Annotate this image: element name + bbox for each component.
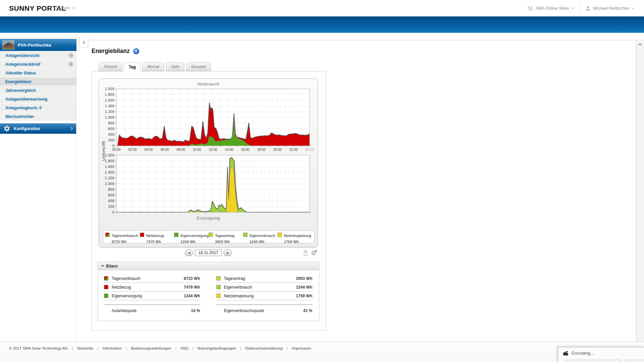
bilanz-autarkiequote: Autarkiequote 14 % [104,305,200,316]
bilanz-body: Tagesverbrauch 8723 Wh Netzbezug 7479 Wh… [98,270,319,316]
svg-text:1.400: 1.400 [105,171,114,174]
help-icon[interactable]: ? [133,48,139,54]
previous-day-button[interactable] [185,249,193,256]
svg-text:1.800: 1.800 [105,159,114,163]
page-title: Energiebilanz [92,48,130,55]
collapse-sidebar-button[interactable] [79,37,88,48]
user-menu[interactable]: Michael Perlitschke [585,6,635,11]
sidebar-item-wechselrichter[interactable]: Wechselrichter [0,112,76,121]
chevron-left-icon [83,41,85,44]
chart-legend: Tagesverbrauch 8723 Wh Netzbezug 7479 Wh… [103,231,314,243]
chevron-down-icon [632,7,635,9]
x-axis-tick: 14:00 [222,148,236,152]
x-axis-tick: 20:00 [271,148,284,152]
tab-tag[interactable]: Tag [124,62,141,71]
sidebar-item-anlagenueberwachung[interactable]: Anlagenüberwachung [0,95,76,103]
footer-link-information[interactable]: Information [103,346,122,350]
x-axis-tick: 18:00 [255,148,268,152]
encoding-button-left[interactable] [565,360,621,362]
chart-settings-icon[interactable] [311,249,317,256]
x-axis-tick: 06:00 [158,148,171,152]
globe-icon [69,53,73,58]
legend-item-eigenverbrauch: Eigenverbrauch 1244 Wh [243,232,278,242]
swatch-tagesverbrauch [104,276,108,281]
footer-link-startseite[interactable]: Startseite [77,346,94,350]
tab-jahr[interactable]: Jahr [166,62,184,71]
footer-link-bedienungsanleitungen[interactable]: Bedienungsanleitungen [131,346,171,350]
svg-text:1.400: 1.400 [105,104,114,108]
date-navigation [99,249,318,257]
bilanz-panel: Bilanz Tagesverbrauch 8723 Wh Netzbezug … [98,262,319,321]
bilanz-row-netzeinspeisung: Netzeinspeisung 1759 Wh [216,292,313,300]
sidebar-item-aktueller-status[interactable]: Aktueller Status [0,69,76,77]
top-bar: SUNNY PORTAL Deutsch SMA Online Store Mi… [0,0,644,16]
footer: © 2017 SMA Solar Technology AG | Startse… [0,342,644,362]
swatch-tagesverbrauch [105,233,110,237]
verbrauch-chart: 02004006008001.0001.2001.4001.6001.8002.… [99,87,318,147]
export-icon[interactable] [303,249,309,256]
tab-monat[interactable]: Monat [142,62,164,71]
swatch-eigenversorgung [174,233,178,237]
legend-item-netzeinspeisung: Netzeinspeisung 1759 Wh [277,232,312,242]
swatch-eigenversorgung [104,294,108,298]
sidebar-menu: Anlagenübersicht Anlagensteckbrief Aktue… [0,51,76,121]
store-label: SMA Online Store [536,6,569,11]
swatch-netzbezug [104,285,108,289]
globe-icon [69,62,73,66]
plant-name: PVA-Perlitschke [18,43,51,48]
divider [580,5,580,12]
sma-online-store-link[interactable]: SMA Online Store [527,6,574,11]
svg-text:200: 200 [108,138,114,142]
bilanz-row-eigenverbrauch: Eigenverbrauch 1244 Wh [216,283,313,292]
chevron-right-icon [70,127,73,130]
language-selector[interactable]: Deutsch [54,6,75,10]
collapse-top-button[interactable] [637,42,643,47]
swatch-tagesertrag [216,276,221,281]
svg-text:1.000: 1.000 [105,116,114,119]
svg-text:600: 600 [108,193,114,197]
footer-link-impressum[interactable]: Impressum [292,346,311,350]
bilanz-eigenverbrauchsquote: Eigenverbrauchsquote 41 % [216,305,313,316]
sidebar-item-konfiguration[interactable]: Konfiguration [0,123,76,134]
svg-text:200: 200 [108,205,114,208]
next-day-button[interactable] [223,249,232,256]
tab-aktuell[interactable]: Aktuell [99,62,122,71]
footer-link-nutzungsbedingungen[interactable]: Nutzungsbedingungen [198,346,236,350]
footer-link-faq[interactable]: FAQ [180,346,188,350]
sidebar-item-anlagenlogbuch[interactable]: Anlagenlogbuch: 0 [0,104,76,112]
x-axis-tick: 00:00 [303,148,316,152]
date-input[interactable] [195,249,222,256]
chart-box: Verbrauch 02004006008001.0001.2001.4001.… [99,78,318,247]
cart-icon [527,6,533,11]
encoding-button-right[interactable] [624,360,644,362]
footer-link-datenschutzerklaerung[interactable]: Datenschutzerklärung [245,346,283,350]
x-axis-tick: 12:00 [206,148,220,152]
svg-text:0: 0 [112,144,114,147]
svg-text:800: 800 [108,121,114,125]
chevron-down-icon [571,7,574,9]
x-axis-tick: 08:00 [174,148,187,152]
clapperboard-icon [562,350,569,356]
legend-item-eigenversorgung: Eigenversorgung 1244 Wh [174,232,209,242]
sidebar-item-energiebilanz[interactable]: Energiebilanz [0,77,76,86]
language-label: Deutsch [54,6,70,10]
svg-text:1.600: 1.600 [105,99,114,102]
x-axis-tick: 02:00 [126,148,139,152]
erzeugung-chart: 02004006008001.0001.2001.4001.6001.8002.… [99,154,318,214]
sidebar-item-jahresvergleich[interactable]: Jahresvergleich [0,86,76,95]
sidebar-item-anlagenuebersicht[interactable]: Anlagenübersicht [0,51,76,60]
tab-gesamt[interactable]: Gesamt [186,62,211,71]
x-axis-labels: 00:0002:0004:0006:0008:0010:0012:0014:00… [99,148,318,153]
swatch-netzeinspeisung [277,233,282,237]
right-panel-strip [636,40,644,342]
x-axis-tick: 16:00 [238,148,252,152]
bilanz-left-column: Tagesverbrauch 8723 Wh Netzbezug 7479 Wh… [104,274,200,316]
user-label: Michael Perlitschke [593,6,629,11]
svg-text:800: 800 [108,188,114,191]
bilanz-header[interactable]: Bilanz [98,262,319,270]
bilanz-row-tagesverbrauch: Tagesverbrauch 8723 Wh [104,274,200,283]
sidebar-item-anlagensteckbrief[interactable]: Anlagensteckbrief [0,60,76,68]
banner [0,16,644,33]
sidebar-plant-header[interactable]: PVA-Perlitschke [0,39,76,51]
x-axis-tick: 04:00 [142,148,155,152]
